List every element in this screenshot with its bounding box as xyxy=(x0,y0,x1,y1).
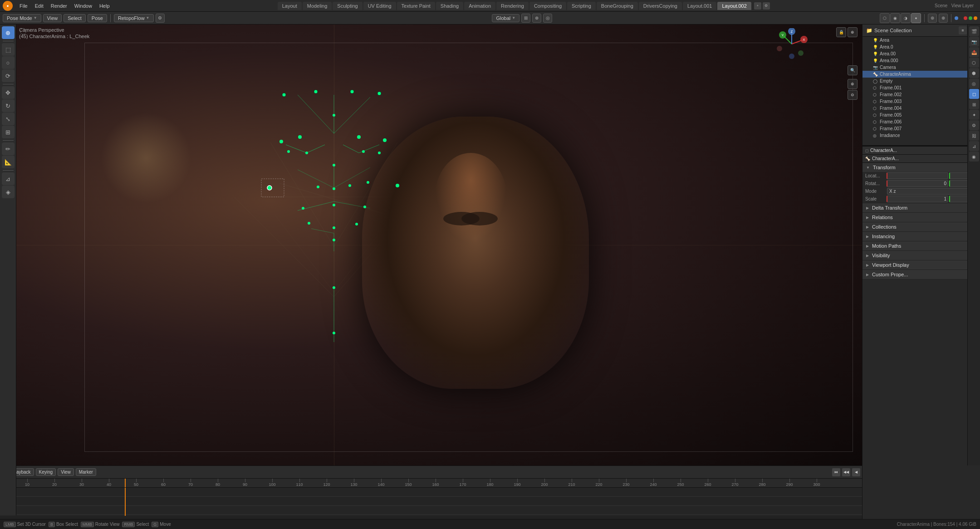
overlay-btn[interactable]: ⊛ xyxy=(928,14,937,23)
transform-icon[interactable]: ⊞ xyxy=(521,14,530,23)
tab-shading[interactable]: Shading xyxy=(436,2,463,10)
props-material-tab[interactable]: ◉ xyxy=(969,152,979,162)
outliner-item-camera[interactable]: 📷 Camera 👁 xyxy=(862,64,980,71)
instancing-header[interactable]: ▶ Instancing xyxy=(862,232,980,241)
props-modifier-tab[interactable]: ⊞ xyxy=(969,99,979,109)
tab-texture-paint[interactable]: Texture Paint xyxy=(397,2,435,10)
motion-paths-header[interactable]: ▶ Motion Paths xyxy=(862,241,980,250)
outliner-item-frame006[interactable]: ⬡ Frame.006 👁 xyxy=(862,118,980,125)
visibility-header[interactable]: ▶ Visibility xyxy=(862,251,980,260)
outliner-item-empty[interactable]: ◯ Empty 👁 xyxy=(862,78,980,84)
outliner-item-frame001[interactable]: ⬡ Frame.001 👁 xyxy=(862,84,980,91)
btn-prev-key[interactable]: ◀◀ xyxy=(842,468,850,476)
menu-window[interactable]: Window xyxy=(71,2,95,10)
tab-layout002[interactable]: Layout.002 xyxy=(717,2,751,10)
outliner-item-area1[interactable]: 💡 Area 👁 xyxy=(862,37,980,44)
delta-header[interactable]: ▶ Delta Transform xyxy=(862,203,980,212)
tab-modeling[interactable]: Modeling xyxy=(303,2,332,10)
mode-value[interactable]: X z xyxy=(887,188,977,195)
menu-render[interactable]: Render xyxy=(48,2,70,10)
keying-menu[interactable]: Keying xyxy=(36,468,56,476)
outliner-item-area3[interactable]: 💡 Area.00 👁 xyxy=(862,50,980,57)
view-timeline-menu[interactable]: View xyxy=(58,468,74,476)
tab-layout[interactable]: Layout xyxy=(278,2,302,10)
scale-x[interactable] xyxy=(887,196,948,202)
cursor-tool[interactable]: ⊕ xyxy=(2,26,15,39)
rot-x[interactable] xyxy=(887,180,948,187)
collections-header[interactable]: ▶ Collections xyxy=(862,222,980,231)
menu-edit[interactable]: Edit xyxy=(32,2,47,10)
scale-tool[interactable]: ⤡ xyxy=(2,113,15,125)
outliner-item-area4[interactable]: 💡 Area.000 👁 xyxy=(862,57,980,64)
tab-uv-editing[interactable]: UV Editing xyxy=(363,2,396,10)
tab-scripting[interactable]: Scripting xyxy=(567,2,596,10)
select-circle-tool[interactable]: ○ xyxy=(2,56,15,69)
pose-menu[interactable]: Pose xyxy=(88,14,107,22)
retopo-settings[interactable]: ⚙ xyxy=(156,14,165,23)
frame-all-btn[interactable]: ⊕ xyxy=(848,27,858,37)
gizmo-btn[interactable]: ⊕ xyxy=(939,14,948,23)
select-lasso-tool[interactable]: ⟳ xyxy=(2,69,15,82)
marker-menu[interactable]: Marker xyxy=(76,468,96,476)
tab-driverscopy[interactable]: DriversCopying xyxy=(639,2,682,10)
tab-bonegroup[interactable]: BoneGrouping xyxy=(597,2,638,10)
timeline-ruler[interactable]: 1020304050607080901001101201301401501601… xyxy=(0,479,980,488)
custom-props-header[interactable]: ▶ Custom Prope... xyxy=(862,270,980,279)
snap-icon[interactable]: ⊕ xyxy=(532,14,541,23)
tab-layout001[interactable]: Layout.001 xyxy=(683,2,716,10)
view-menu[interactable]: View xyxy=(43,14,62,22)
lookdev-btn[interactable]: ◑ xyxy=(901,13,911,23)
select-menu[interactable]: Select xyxy=(64,14,86,22)
transform-tool[interactable]: ⊞ xyxy=(2,126,15,138)
outliner-filter-btn[interactable]: ≡ xyxy=(959,26,967,34)
props-world-tab[interactable]: ◎ xyxy=(969,78,979,88)
move-tool[interactable]: ✥ xyxy=(2,86,15,99)
outliner-item-frame003[interactable]: ⬡ Frame.003 👁 xyxy=(862,98,980,105)
relations-header[interactable]: ▶ Relations xyxy=(862,213,980,222)
props-object-tab[interactable]: ◻ xyxy=(969,89,979,99)
viewport-display-header[interactable]: ▶ Viewport Display xyxy=(862,260,980,269)
props-scene-props-tab[interactable]: ⬢ xyxy=(969,68,979,78)
props-constraints-tab[interactable]: ⛓ xyxy=(969,131,979,141)
global-selector[interactable]: Global ▼ xyxy=(492,14,519,22)
menu-help[interactable]: Help xyxy=(96,2,113,10)
props-physics-tab[interactable]: ⚙ xyxy=(969,120,979,130)
outliner-item-frame007[interactable]: ⬡ Frame.007 👁 xyxy=(862,125,980,132)
tab-sculpting[interactable]: Sculpting xyxy=(333,2,362,10)
props-scene-tab[interactable]: 🎬 xyxy=(969,26,979,36)
props-render-tab[interactable]: 📷 xyxy=(969,37,979,47)
props-view-layer-tab[interactable]: ⬡ xyxy=(969,58,979,68)
lock-camera-btn[interactable]: 🔒 xyxy=(836,27,846,37)
btn-play-rev[interactable]: ◀ xyxy=(852,468,860,476)
outliner-item-frame005[interactable]: ⬡ Frame.005 👁 xyxy=(862,112,980,118)
outliner-item-frame004[interactable]: ⬡ Frame.004 👁 xyxy=(862,105,980,112)
props-particles-tab[interactable]: ✦ xyxy=(969,110,979,120)
tab-rendering[interactable]: Rendering xyxy=(496,2,529,10)
main-viewport[interactable]: Camera Perspective (45) CharacterAnima :… xyxy=(16,24,862,465)
viewport-search-btn[interactable]: 🔍 xyxy=(848,65,858,75)
solid-btn[interactable]: ◉ xyxy=(890,13,900,23)
outliner-item-character[interactable]: 🦴 CharacteAnima 👁 xyxy=(862,71,980,78)
loc-x[interactable] xyxy=(887,172,948,179)
outliner-item-frame002[interactable]: ⬡ Frame.002 👁 xyxy=(862,91,980,98)
select-box-tool[interactable]: ⬚ xyxy=(2,43,15,56)
render-btn[interactable]: ● xyxy=(911,13,921,23)
props-data-tab[interactable]: ⊿ xyxy=(969,141,979,151)
tab-compositing[interactable]: Compositing xyxy=(529,2,566,10)
settings-icon[interactable]: ⚙ xyxy=(763,2,770,10)
outliner-item-area2[interactable]: 💡 Area.0 👁 xyxy=(862,44,980,50)
tab-animation[interactable]: Animation xyxy=(464,2,495,10)
viewport-zoom-out[interactable]: ⊖ xyxy=(848,90,858,100)
props-output-tab[interactable]: 📤 xyxy=(969,47,979,57)
annotate-tool[interactable]: ✏ xyxy=(2,142,15,155)
measure-tool[interactable]: 📐 xyxy=(2,156,15,168)
add-workspace-icon[interactable]: + xyxy=(754,2,761,10)
rotate-tool[interactable]: ↻ xyxy=(2,99,15,112)
menu-file[interactable]: File xyxy=(16,2,31,10)
timeline-content[interactable] xyxy=(0,488,980,516)
outliner-item-irradiance[interactable]: ◎ Irradiance 👁 xyxy=(862,132,980,139)
retopo-flow-btn[interactable]: RetopoFlow ▼ xyxy=(114,14,154,22)
wireframe-btn[interactable]: ⬡ xyxy=(880,13,890,23)
transform-header[interactable]: ▼ Transform xyxy=(862,163,980,172)
viewport-zoom-in[interactable]: ⊕ xyxy=(848,79,858,89)
